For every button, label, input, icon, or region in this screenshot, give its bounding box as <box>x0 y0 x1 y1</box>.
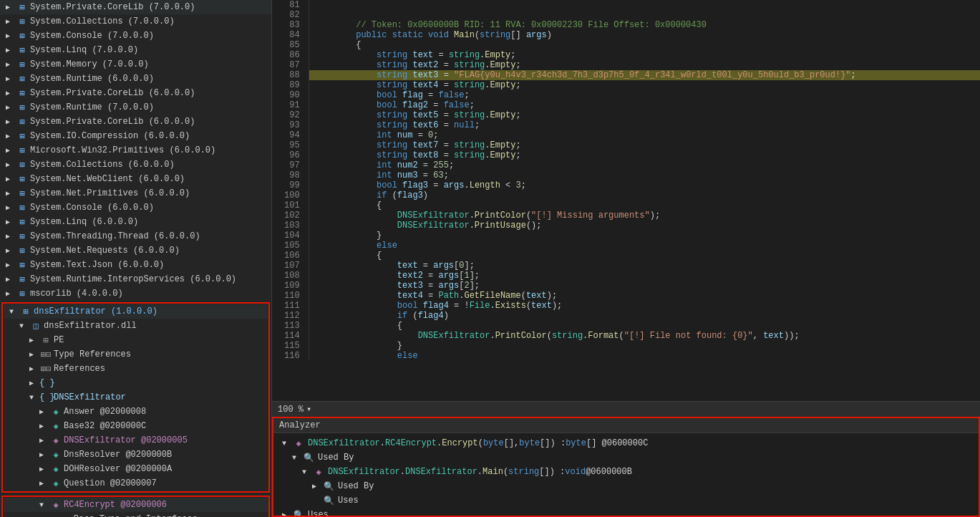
line-content: if (flag4) <box>309 311 980 321</box>
class-icon: ◈ <box>49 407 62 417</box>
assembly-item[interactable]: ▶ ⊞ System.Private.CoreLib (6.0.0.0) <box>0 115 271 129</box>
class-question[interactable]: ▶ ◈ Question @02000007 <box>4 476 268 491</box>
assembly-item[interactable]: ▶ ⊞ System.IO.Compression (6.0.0.0) <box>0 129 271 143</box>
assembly-label: System.Linq (6.0.0.0) <box>30 217 138 227</box>
assembly-item[interactable]: ▶ ⊞ System.Runtime (6.0.0.0) <box>0 72 271 86</box>
rc4-section: ▼ ◈ RC4Encrypt @02000006 ▶ ⊟ Base Type a… <box>1 496 270 517</box>
code-line: 86 string text = string.Empty; <box>272 50 980 60</box>
line-content: bool flag2 = false; <box>309 100 980 110</box>
line-number: 81 <box>272 0 309 10</box>
assembly-item[interactable]: ▶ ⊞ System.Linq (7.0.0.0) <box>0 43 271 57</box>
line-number: 114 <box>272 331 309 341</box>
code-line: 100 if (flag3) <box>272 190 980 200</box>
assembly-item[interactable]: ▶ ⊞ System.Text.Json (6.0.0.0) <box>0 258 271 272</box>
code-line: 92 string text5 = string.Empty; <box>272 110 980 120</box>
assembly-item[interactable]: ▶ ⊞ System.Collections (7.0.0.0) <box>0 14 271 29</box>
expand-arrow: ▶ <box>29 379 39 387</box>
assembly-item[interactable]: ▶ ⊞ System.Runtime (7.0.0.0) <box>0 100 271 115</box>
assembly-item[interactable]: ▶ ⊞ System.Net.Primitives (6.0.0.0) <box>0 186 271 200</box>
line-number: 92 <box>272 110 309 120</box>
analyzer-item[interactable]: ▼ ◈ DNSExfiltrator.RC4Encrypt.Encrypt(by… <box>273 436 979 450</box>
base-type-item[interactable]: ▶ ⊟ Base Type and Interfaces <box>4 512 268 517</box>
assembly-item[interactable]: ▶ ⊞ System.Net.Requests (6.0.0.0) <box>0 243 271 258</box>
class-label: Answer @02000008 <box>64 407 146 417</box>
assembly-item[interactable]: ▶ ⊞ System.Console (7.0.0.0) <box>0 29 271 43</box>
assembly-item[interactable]: ▶ ⊞ System.Threading.Thread (6.0.0.0) <box>0 229 271 243</box>
class-rc4[interactable]: ▼ ◈ RC4Encrypt @02000006 <box>4 498 268 512</box>
dll-item[interactable]: ▼ ◫ dnsExfiltrator.dll <box>4 319 268 333</box>
arrow-icon: ▶ <box>6 46 16 54</box>
class-dohresolver[interactable]: ▶ ◈ DOHResolver @0200000A <box>4 462 268 476</box>
line-number: 106 <box>272 251 309 261</box>
type-references-item[interactable]: ▶ ⊞⊟ Type References <box>4 347 268 362</box>
assembly-item[interactable]: ▶ ⊞ System.Linq (6.0.0.0) <box>0 215 271 229</box>
search-icon: 🔍 <box>302 453 315 463</box>
line-content: text2 = args[1]; <box>309 271 980 281</box>
assembly-label: mscorlib (4.0.0.0) <box>30 289 123 299</box>
assembly-item[interactable]: ▶ ⊞ System.Memory (7.0.0.0) <box>0 57 271 72</box>
namespace-dns[interactable]: ▼ { } DNSExfiltrator <box>4 390 268 405</box>
references-item[interactable]: ▶ ⊞⊟ References <box>4 362 268 376</box>
left-panel: ▶ ⊞ System.Private.CoreLib (7.0.0.0) ▶ ⊞… <box>0 0 272 517</box>
expand-arrow: ▼ <box>9 308 19 316</box>
code-line: 103 DNSExfiltrator.PrintUsage(); <box>272 221 980 231</box>
assembly-item[interactable]: ▶ ⊞ System.Collections (6.0.0.0) <box>0 158 271 172</box>
pe-item[interactable]: ▶ ⊞ PE <box>4 333 268 347</box>
class-dnsresolver[interactable]: ▶ ◈ DnsResolver @0200000B <box>4 448 268 462</box>
dns-assembly-root[interactable]: ▼ ⊞ dnsExfiltrator (1.0.0.0) <box>4 304 268 319</box>
line-number: 98 <box>272 170 309 180</box>
assembly-icon: ⊞ <box>16 117 29 127</box>
analyzer-item[interactable]: ▶ 🔍 Uses <box>273 508 979 517</box>
analyzer-item[interactable]: ▼ 🔍 Used By <box>273 450 979 465</box>
line-number: 107 <box>272 261 309 271</box>
assembly-item[interactable]: ▶ ⊞ System.Private.CoreLib (7.0.0.0) <box>0 0 271 14</box>
assembly-item[interactable]: ▶ ⊞ mscorlib (4.0.0.0) <box>0 286 271 301</box>
expand-arrow: ▼ <box>19 322 29 330</box>
expand-arrow: ▼ <box>39 501 49 509</box>
expand-arrow: ▶ <box>39 422 49 430</box>
class-dnsexfiltrator[interactable]: ▶ ◈ DNSExfiltrator @02000005 <box>4 433 268 448</box>
code-line: 91 bool flag2 = false; <box>272 100 980 110</box>
line-content: string text3 = "FLAG{y0u_h4v3_r34ch3d_7h… <box>309 70 980 80</box>
line-content: } <box>309 231 980 241</box>
analyzer-item[interactable]: ▶ 🔍 Used By <box>273 479 979 493</box>
assembly-icon: ⊞ <box>16 231 29 242</box>
assembly-item[interactable]: ▶ ⊞ System.Net.WebClient (6.0.0.0) <box>0 172 271 186</box>
class-label: RC4Encrypt @02000006 <box>64 500 167 510</box>
assembly-item[interactable]: ▶ ⊞ System.Private.CoreLib (6.0.0.0) <box>0 86 271 100</box>
assembly-label: System.Runtime.InteropServices (6.0.0.0) <box>30 274 236 284</box>
method-icon: ◈ <box>312 467 325 478</box>
code-line: 89 string text4 = string.Empty; <box>272 80 980 90</box>
arrow-icon: ▶ <box>6 17 16 26</box>
code-area[interactable]: 81 82 83 // Token: 0x0600000B RID: 11 RV… <box>272 0 980 401</box>
analyzer-item[interactable]: 🔍 Uses <box>273 493 979 508</box>
assembly-item[interactable]: ▶ ⊞ System.Runtime.InteropServices (6.0.… <box>0 272 271 286</box>
line-content: string text8 = string.Empty; <box>309 150 980 160</box>
assembly-item[interactable]: ▶ ⊞ System.Console (6.0.0.0) <box>0 200 271 215</box>
line-content <box>309 0 980 10</box>
class-base32[interactable]: ▶ ◈ Base32 @0200000C <box>4 419 268 433</box>
line-number: 99 <box>272 180 309 190</box>
line-number: 108 <box>272 271 309 281</box>
line-content: { <box>309 200 980 211</box>
zoom-dropdown-icon[interactable]: ▾ <box>306 404 311 415</box>
arrow-icon: ▶ <box>6 89 16 97</box>
references-icon: ⊞⊟ <box>39 364 52 375</box>
item-text: DNSExfiltrator <box>308 438 380 448</box>
line-content: string text2 = string.Empty; <box>309 60 980 70</box>
expand-arrow: ▶ <box>29 350 39 359</box>
namespace-empty[interactable]: ▶ { } <box>4 376 268 390</box>
analyzer-item[interactable]: ▼ ◈ DNSExfiltrator.DNSExfiltrator.Main(s… <box>273 465 979 479</box>
expand-arrow: ▶ <box>29 364 39 373</box>
assembly-icon: ⊞ <box>16 246 29 256</box>
code-line: 94 int num = 0; <box>272 130 980 140</box>
class-answer[interactable]: ▶ ◈ Answer @02000008 <box>4 405 268 419</box>
class-label: DnsResolver @0200000B <box>64 450 172 460</box>
assembly-icon: ⊞ <box>16 2 29 13</box>
assembly-item[interactable]: ▶ ⊞ Microsoft.Win32.Primitives (6.0.0.0) <box>0 143 271 158</box>
line-number: 109 <box>272 281 309 291</box>
line-number: 102 <box>272 211 309 221</box>
assembly-icon: ⊞ <box>16 102 29 113</box>
dns-exfiltrator-section: ▼ ⊞ dnsExfiltrator (1.0.0.0) ▼ ◫ dnsExfi… <box>1 302 270 493</box>
line-content: text4 = Path.GetFileName(text); <box>309 291 980 301</box>
